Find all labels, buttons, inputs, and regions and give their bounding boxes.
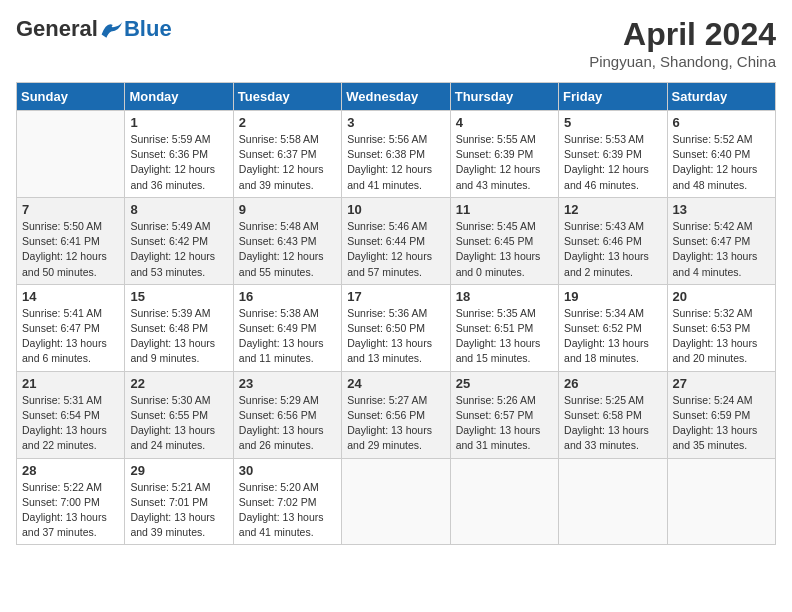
day-number: 4 xyxy=(456,115,553,130)
calendar-cell: 12Sunrise: 5:43 AM Sunset: 6:46 PM Dayli… xyxy=(559,197,667,284)
calendar-cell: 8Sunrise: 5:49 AM Sunset: 6:42 PM Daylig… xyxy=(125,197,233,284)
calendar-cell: 23Sunrise: 5:29 AM Sunset: 6:56 PM Dayli… xyxy=(233,371,341,458)
calendar-week-row: 14Sunrise: 5:41 AM Sunset: 6:47 PM Dayli… xyxy=(17,284,776,371)
day-number: 14 xyxy=(22,289,119,304)
day-info: Sunrise: 5:22 AM Sunset: 7:00 PM Dayligh… xyxy=(22,480,119,541)
calendar-cell: 22Sunrise: 5:30 AM Sunset: 6:55 PM Dayli… xyxy=(125,371,233,458)
calendar-cell: 5Sunrise: 5:53 AM Sunset: 6:39 PM Daylig… xyxy=(559,111,667,198)
day-number: 17 xyxy=(347,289,444,304)
calendar-cell: 11Sunrise: 5:45 AM Sunset: 6:45 PM Dayli… xyxy=(450,197,558,284)
calendar-cell: 28Sunrise: 5:22 AM Sunset: 7:00 PM Dayli… xyxy=(17,458,125,545)
calendar-cell: 14Sunrise: 5:41 AM Sunset: 6:47 PM Dayli… xyxy=(17,284,125,371)
calendar-cell: 1Sunrise: 5:59 AM Sunset: 6:36 PM Daylig… xyxy=(125,111,233,198)
title-block: April 2024 Pingyuan, Shandong, China xyxy=(589,16,776,70)
column-header-tuesday: Tuesday xyxy=(233,83,341,111)
day-number: 8 xyxy=(130,202,227,217)
calendar-week-row: 21Sunrise: 5:31 AM Sunset: 6:54 PM Dayli… xyxy=(17,371,776,458)
day-number: 16 xyxy=(239,289,336,304)
calendar-cell xyxy=(667,458,775,545)
day-number: 10 xyxy=(347,202,444,217)
page-header: General Blue April 2024 Pingyuan, Shando… xyxy=(16,16,776,70)
calendar-cell: 27Sunrise: 5:24 AM Sunset: 6:59 PM Dayli… xyxy=(667,371,775,458)
calendar-header-row: SundayMondayTuesdayWednesdayThursdayFrid… xyxy=(17,83,776,111)
calendar-cell xyxy=(342,458,450,545)
day-info: Sunrise: 5:32 AM Sunset: 6:53 PM Dayligh… xyxy=(673,306,770,367)
calendar-cell xyxy=(450,458,558,545)
day-number: 11 xyxy=(456,202,553,217)
calendar-cell: 4Sunrise: 5:55 AM Sunset: 6:39 PM Daylig… xyxy=(450,111,558,198)
column-header-sunday: Sunday xyxy=(17,83,125,111)
day-number: 2 xyxy=(239,115,336,130)
calendar-cell: 2Sunrise: 5:58 AM Sunset: 6:37 PM Daylig… xyxy=(233,111,341,198)
day-number: 25 xyxy=(456,376,553,391)
day-info: Sunrise: 5:50 AM Sunset: 6:41 PM Dayligh… xyxy=(22,219,119,280)
column-header-thursday: Thursday xyxy=(450,83,558,111)
day-info: Sunrise: 5:30 AM Sunset: 6:55 PM Dayligh… xyxy=(130,393,227,454)
day-number: 30 xyxy=(239,463,336,478)
day-info: Sunrise: 5:38 AM Sunset: 6:49 PM Dayligh… xyxy=(239,306,336,367)
calendar-cell: 18Sunrise: 5:35 AM Sunset: 6:51 PM Dayli… xyxy=(450,284,558,371)
day-info: Sunrise: 5:49 AM Sunset: 6:42 PM Dayligh… xyxy=(130,219,227,280)
calendar-cell: 13Sunrise: 5:42 AM Sunset: 6:47 PM Dayli… xyxy=(667,197,775,284)
calendar-cell: 24Sunrise: 5:27 AM Sunset: 6:56 PM Dayli… xyxy=(342,371,450,458)
calendar-cell: 29Sunrise: 5:21 AM Sunset: 7:01 PM Dayli… xyxy=(125,458,233,545)
day-info: Sunrise: 5:21 AM Sunset: 7:01 PM Dayligh… xyxy=(130,480,227,541)
day-number: 18 xyxy=(456,289,553,304)
day-number: 19 xyxy=(564,289,661,304)
day-info: Sunrise: 5:56 AM Sunset: 6:38 PM Dayligh… xyxy=(347,132,444,193)
calendar-cell: 6Sunrise: 5:52 AM Sunset: 6:40 PM Daylig… xyxy=(667,111,775,198)
logo-bird-icon xyxy=(100,19,124,39)
day-info: Sunrise: 5:24 AM Sunset: 6:59 PM Dayligh… xyxy=(673,393,770,454)
day-info: Sunrise: 5:42 AM Sunset: 6:47 PM Dayligh… xyxy=(673,219,770,280)
day-info: Sunrise: 5:41 AM Sunset: 6:47 PM Dayligh… xyxy=(22,306,119,367)
day-info: Sunrise: 5:31 AM Sunset: 6:54 PM Dayligh… xyxy=(22,393,119,454)
day-number: 7 xyxy=(22,202,119,217)
day-number: 23 xyxy=(239,376,336,391)
day-info: Sunrise: 5:25 AM Sunset: 6:58 PM Dayligh… xyxy=(564,393,661,454)
day-info: Sunrise: 5:34 AM Sunset: 6:52 PM Dayligh… xyxy=(564,306,661,367)
calendar-week-row: 7Sunrise: 5:50 AM Sunset: 6:41 PM Daylig… xyxy=(17,197,776,284)
day-number: 9 xyxy=(239,202,336,217)
location-subtitle: Pingyuan, Shandong, China xyxy=(589,53,776,70)
day-info: Sunrise: 5:36 AM Sunset: 6:50 PM Dayligh… xyxy=(347,306,444,367)
day-info: Sunrise: 5:48 AM Sunset: 6:43 PM Dayligh… xyxy=(239,219,336,280)
calendar-cell xyxy=(17,111,125,198)
calendar-cell: 10Sunrise: 5:46 AM Sunset: 6:44 PM Dayli… xyxy=(342,197,450,284)
day-number: 21 xyxy=(22,376,119,391)
calendar-cell: 7Sunrise: 5:50 AM Sunset: 6:41 PM Daylig… xyxy=(17,197,125,284)
calendar-week-row: 1Sunrise: 5:59 AM Sunset: 6:36 PM Daylig… xyxy=(17,111,776,198)
calendar-cell: 20Sunrise: 5:32 AM Sunset: 6:53 PM Dayli… xyxy=(667,284,775,371)
calendar-cell: 15Sunrise: 5:39 AM Sunset: 6:48 PM Dayli… xyxy=(125,284,233,371)
day-info: Sunrise: 5:43 AM Sunset: 6:46 PM Dayligh… xyxy=(564,219,661,280)
day-number: 12 xyxy=(564,202,661,217)
day-info: Sunrise: 5:45 AM Sunset: 6:45 PM Dayligh… xyxy=(456,219,553,280)
day-number: 1 xyxy=(130,115,227,130)
day-number: 15 xyxy=(130,289,227,304)
calendar-cell: 3Sunrise: 5:56 AM Sunset: 6:38 PM Daylig… xyxy=(342,111,450,198)
day-number: 3 xyxy=(347,115,444,130)
calendar-cell: 16Sunrise: 5:38 AM Sunset: 6:49 PM Dayli… xyxy=(233,284,341,371)
calendar-cell: 21Sunrise: 5:31 AM Sunset: 6:54 PM Dayli… xyxy=(17,371,125,458)
calendar-table: SundayMondayTuesdayWednesdayThursdayFrid… xyxy=(16,82,776,545)
calendar-cell: 19Sunrise: 5:34 AM Sunset: 6:52 PM Dayli… xyxy=(559,284,667,371)
calendar-cell: 9Sunrise: 5:48 AM Sunset: 6:43 PM Daylig… xyxy=(233,197,341,284)
day-info: Sunrise: 5:27 AM Sunset: 6:56 PM Dayligh… xyxy=(347,393,444,454)
day-info: Sunrise: 5:20 AM Sunset: 7:02 PM Dayligh… xyxy=(239,480,336,541)
calendar-cell: 25Sunrise: 5:26 AM Sunset: 6:57 PM Dayli… xyxy=(450,371,558,458)
day-info: Sunrise: 5:52 AM Sunset: 6:40 PM Dayligh… xyxy=(673,132,770,193)
day-info: Sunrise: 5:29 AM Sunset: 6:56 PM Dayligh… xyxy=(239,393,336,454)
day-number: 24 xyxy=(347,376,444,391)
day-number: 22 xyxy=(130,376,227,391)
day-number: 20 xyxy=(673,289,770,304)
day-number: 5 xyxy=(564,115,661,130)
calendar-cell: 26Sunrise: 5:25 AM Sunset: 6:58 PM Dayli… xyxy=(559,371,667,458)
day-info: Sunrise: 5:46 AM Sunset: 6:44 PM Dayligh… xyxy=(347,219,444,280)
day-number: 26 xyxy=(564,376,661,391)
column-header-saturday: Saturday xyxy=(667,83,775,111)
day-info: Sunrise: 5:53 AM Sunset: 6:39 PM Dayligh… xyxy=(564,132,661,193)
day-number: 28 xyxy=(22,463,119,478)
day-info: Sunrise: 5:59 AM Sunset: 6:36 PM Dayligh… xyxy=(130,132,227,193)
day-info: Sunrise: 5:35 AM Sunset: 6:51 PM Dayligh… xyxy=(456,306,553,367)
logo-general-text: General xyxy=(16,16,98,42)
day-number: 13 xyxy=(673,202,770,217)
